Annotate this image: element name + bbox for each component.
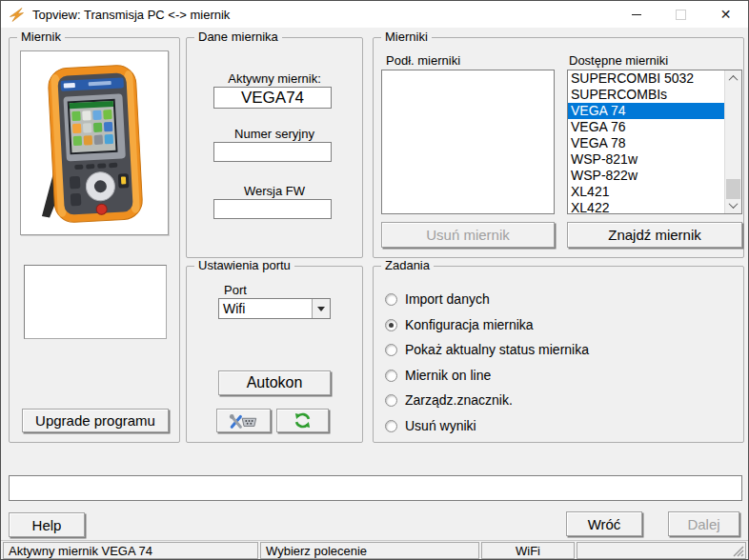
radio-icon bbox=[385, 344, 397, 356]
radio-checked-icon bbox=[385, 319, 397, 331]
list-item[interactable]: WSP-821w bbox=[568, 151, 725, 168]
list-item-selected[interactable]: VEGA 74 bbox=[568, 103, 725, 119]
radio-label: Pokaż aktualny status miernika bbox=[405, 342, 589, 357]
miernik-info-box bbox=[24, 265, 167, 339]
group-port-label: Ustawienia portu bbox=[194, 259, 294, 272]
chevron-down-icon bbox=[317, 307, 325, 311]
scrollbar-thumb[interactable] bbox=[726, 179, 740, 199]
tools-serial-icon bbox=[229, 411, 259, 430]
status-active-meter: Aktywny miernik VEGA 74 bbox=[3, 542, 258, 559]
group-ustawienia-portu: Ustawienia portu Port Wifi Autokon bbox=[186, 266, 363, 443]
resize-grip-icon[interactable] bbox=[732, 545, 744, 557]
dostepne-mierniki-label: Dostępne mierniki bbox=[569, 53, 668, 68]
status-command-hint: Wybierz polecenie bbox=[260, 542, 479, 559]
upgrade-programu-label: Upgrade programu bbox=[35, 412, 155, 429]
numer-seryjny-label: Numer seryjny bbox=[187, 127, 362, 141]
group-dane-label: Dane miernika bbox=[194, 30, 282, 44]
list-item[interactable]: SUPERCOMBI 5032 bbox=[568, 70, 725, 87]
minimize-icon bbox=[632, 14, 641, 15]
minimize-button[interactable] bbox=[614, 1, 658, 28]
dalej-button: Dalej bbox=[668, 511, 739, 536]
wroc-label: Wróć bbox=[588, 516, 621, 532]
usun-miernik-button: Usuń miernik bbox=[381, 222, 555, 248]
radio-konfiguracja-miernika[interactable]: Konfiguracja miernika bbox=[385, 317, 534, 332]
port-combobox[interactable]: Wifi bbox=[218, 298, 331, 319]
usun-miernik-label: Usuń miernik bbox=[426, 227, 510, 243]
radio-label: Konfiguracja miernika bbox=[405, 317, 534, 332]
status-empty bbox=[577, 542, 746, 559]
dostepne-mierniki-list[interactable]: SUPERCOMBI 5032 SUPERCOMBIs VEGA 74 VEGA… bbox=[567, 70, 742, 214]
list-scrollbar[interactable] bbox=[724, 70, 741, 213]
podl-mierniki-label: Podł. mierniki bbox=[386, 53, 460, 68]
maximize-button bbox=[658, 1, 703, 28]
numer-seryjny-input[interactable] bbox=[213, 142, 332, 162]
wersja-fw-input[interactable] bbox=[213, 199, 332, 219]
radio-icon bbox=[385, 293, 397, 306]
port-combobox-dropdown-button[interactable] bbox=[312, 299, 330, 318]
group-mierniki: Mierniki Podł. mierniki Dostępne miernik… bbox=[373, 37, 744, 258]
maximize-icon bbox=[676, 10, 686, 20]
status-connection: WiFi bbox=[481, 542, 575, 559]
radio-icon bbox=[385, 394, 397, 407]
radio-zarzadz-znacznik[interactable]: Zarządz.znacznik. bbox=[385, 392, 513, 408]
window-title: Topview: Transmisja PC <-> miernik bbox=[32, 8, 230, 22]
device-image bbox=[20, 50, 169, 235]
podl-mierniki-list[interactable] bbox=[381, 70, 555, 214]
radio-label: Miernik on line bbox=[405, 368, 491, 383]
znajdz-miernik-label: Znajdź miernik bbox=[608, 227, 701, 243]
radio-label: Usuń wyniki bbox=[405, 418, 476, 433]
group-miernik-label: Miernik bbox=[17, 30, 65, 44]
list-item[interactable]: VEGA 78 bbox=[568, 135, 725, 151]
autokon-label: Autokon bbox=[247, 374, 303, 391]
port-label: Port bbox=[224, 283, 247, 297]
autokon-button[interactable]: Autokon bbox=[218, 370, 331, 395]
group-mierniki-label: Mierniki bbox=[381, 30, 432, 44]
wroc-button[interactable]: Wróć bbox=[566, 511, 642, 536]
radio-label: Import danych bbox=[405, 291, 490, 307]
refresh-ports-button[interactable] bbox=[276, 409, 329, 432]
scroll-up-icon[interactable] bbox=[725, 70, 741, 87]
list-item[interactable]: SUPERCOMBIs bbox=[568, 87, 725, 103]
group-zadania-label: Zadania bbox=[381, 259, 434, 272]
wersja-fw-label: Wersja FW bbox=[187, 184, 362, 198]
message-box[interactable] bbox=[9, 475, 742, 501]
refresh-icon bbox=[294, 411, 312, 430]
group-dane-miernika: Dane miernika Aktywny miernik: VEGA74 Nu… bbox=[186, 37, 363, 258]
title-bar: Topview: Transmisja PC <-> miernik ✕ bbox=[1, 1, 748, 28]
close-button[interactable]: ✕ bbox=[703, 1, 748, 28]
app-window: Topview: Transmisja PC <-> miernik ✕ Mie… bbox=[0, 0, 749, 560]
list-item[interactable]: XL422 bbox=[568, 200, 725, 214]
meter-device-illustration bbox=[23, 53, 166, 232]
radio-miernik-online[interactable]: Miernik on line bbox=[385, 368, 491, 383]
list-item[interactable]: WSP-822w bbox=[568, 168, 725, 184]
aktywny-miernik-label: Aktywny miernik: bbox=[187, 71, 362, 86]
radio-usun-wyniki[interactable]: Usuń wyniki bbox=[385, 418, 476, 433]
list-item[interactable]: VEGA 76 bbox=[568, 119, 725, 135]
help-button[interactable]: Help bbox=[9, 512, 85, 537]
status-bar: Aktywny miernik VEGA 74 Wybierz poleceni… bbox=[1, 540, 748, 560]
group-zadania: Zadania Import danych Konfiguracja miern… bbox=[373, 266, 744, 443]
dalej-label: Dalej bbox=[687, 516, 719, 532]
scroll-down-icon[interactable] bbox=[725, 197, 741, 213]
radio-pokaz-status[interactable]: Pokaż aktualny status miernika bbox=[385, 342, 589, 357]
znajdz-miernik-button[interactable]: Znajdź miernik bbox=[567, 222, 742, 248]
radio-label: Zarządz.znacznik. bbox=[405, 392, 513, 408]
upgrade-programu-button[interactable]: Upgrade programu bbox=[22, 409, 169, 432]
port-config-button[interactable] bbox=[216, 409, 271, 432]
list-item[interactable]: XL421 bbox=[568, 184, 725, 200]
lightning-app-icon bbox=[9, 7, 25, 23]
port-combobox-value: Wifi bbox=[219, 301, 312, 316]
close-icon: ✕ bbox=[720, 8, 732, 21]
aktywny-miernik-value: VEGA74 bbox=[213, 87, 332, 109]
help-label: Help bbox=[32, 517, 62, 533]
radio-import-danych[interactable]: Import danych bbox=[385, 291, 490, 307]
radio-icon bbox=[385, 420, 397, 432]
radio-icon bbox=[385, 370, 397, 382]
